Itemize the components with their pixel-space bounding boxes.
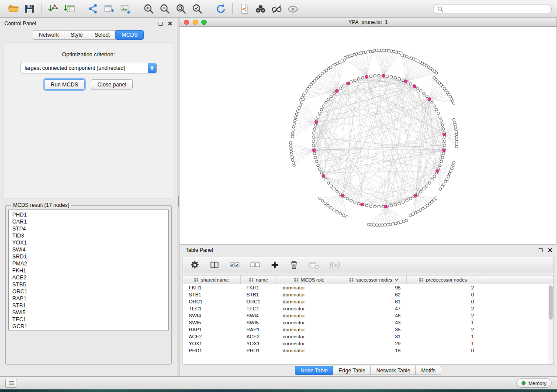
mcds-result-item[interactable]: YOX1 — [9, 239, 168, 246]
show-columns-button[interactable] — [210, 260, 219, 270]
network-window-titlebar[interactable]: YPA_prune.txt_1 — [180, 18, 557, 27]
tab-select[interactable]: Select — [89, 30, 116, 40]
network-node-dominator[interactable] — [382, 74, 385, 77]
table-row[interactable]: FKH1FKH1dominator962 — [183, 284, 554, 291]
mcds-result-item[interactable]: STB1 — [9, 302, 168, 309]
network-node-dominator[interactable] — [414, 194, 417, 197]
save-button[interactable] — [21, 2, 38, 16]
tab-network-table[interactable]: Network Table — [370, 366, 416, 375]
memory-button[interactable]: Memory — [516, 378, 552, 388]
table-row[interactable]: RAP1RAP1dominator352 — [183, 326, 554, 333]
network-node-dominator[interactable] — [322, 175, 325, 178]
float-panel-button[interactable] — [159, 22, 163, 26]
network-node-dominator[interactable] — [413, 85, 416, 88]
mcds-result-item[interactable]: ACE2 — [9, 274, 168, 281]
network-canvas[interactable] — [180, 27, 557, 244]
network-node-dominator[interactable] — [315, 120, 318, 124]
mcds-result-item[interactable]: PMA2 — [9, 260, 168, 267]
column-header-predecessor-nodes[interactable]: predecessor nodes — [407, 275, 480, 284]
network-node-dominator[interactable] — [341, 194, 344, 197]
function-button[interactable]: f(x) — [329, 261, 340, 269]
column-header-name[interactable]: name — [241, 275, 277, 284]
close-panel-button[interactable]: ✕ — [167, 21, 173, 27]
close-window-button[interactable] — [184, 20, 189, 25]
table-row[interactable]: YOX1YOX1connector291 — [183, 340, 554, 347]
zoom-in-button[interactable] — [141, 2, 157, 16]
network-node-dominator[interactable] — [443, 133, 446, 136]
mcds-result-item[interactable]: SRD1 — [9, 253, 168, 260]
import-network-button[interactable] — [45, 2, 61, 16]
node-table-body[interactable]: FKH1FKH1dominator962STB1STB1dominator620… — [183, 284, 554, 364]
export-image-button[interactable] — [117, 2, 133, 16]
tab-mcds[interactable]: MCDS — [115, 30, 144, 40]
mcds-result-item[interactable]: STB5 — [9, 281, 168, 288]
maximize-window-button[interactable] — [201, 20, 207, 25]
open-folder-button[interactable] — [5, 2, 21, 16]
mcds-result-item[interactable]: ORC1 — [9, 288, 168, 295]
network-node-dominator[interactable] — [346, 82, 349, 85]
zoom-selected-button[interactable] — [189, 2, 205, 16]
tab-network[interactable]: Network — [33, 30, 65, 40]
table-row[interactable]: SWI4SWI4dominator462 — [183, 312, 554, 319]
network-node-dominator[interactable] — [404, 80, 407, 83]
float-table-panel-button[interactable] — [539, 248, 543, 252]
network-node-dominator[interactable] — [436, 169, 439, 172]
splitter-handle-icon[interactable] — [178, 196, 179, 206]
export-table-button[interactable] — [101, 2, 117, 16]
network-node-dominator[interactable] — [443, 149, 446, 152]
mcds-result-item[interactable]: RAP1 — [9, 295, 168, 302]
search-input[interactable] — [446, 6, 547, 12]
network-node-dominator[interactable] — [365, 76, 368, 79]
table-row[interactable]: ORC1ORC1dominator610 — [183, 298, 554, 305]
table-row[interactable]: PHD1PHD1dominator180 — [183, 347, 554, 354]
network-node-dominator[interactable] — [312, 149, 315, 152]
mcds-result-item[interactable]: TEC1 — [9, 316, 168, 323]
network-node-dominator[interactable] — [384, 205, 387, 208]
table-scrollbar[interactable] — [548, 284, 554, 364]
show-button[interactable] — [285, 2, 301, 16]
delete-button[interactable] — [289, 260, 299, 270]
run-mcds-button[interactable]: Run MCDS — [44, 79, 85, 89]
import-table-button[interactable] — [61, 2, 77, 16]
network-node-dominator[interactable] — [428, 97, 431, 100]
vertical-splitter[interactable] — [177, 18, 180, 376]
network-graph[interactable] — [180, 27, 557, 244]
network-node-dominator[interactable] — [335, 89, 338, 93]
binoculars-button[interactable] — [253, 2, 269, 16]
mcds-result-item[interactable]: FKH1 — [9, 267, 168, 274]
tab-node-table[interactable]: Node Table — [295, 366, 333, 375]
close-table-panel-button[interactable]: ✕ — [547, 247, 553, 253]
deselect-all-button[interactable] — [250, 260, 260, 270]
tab-style[interactable]: Style — [65, 30, 89, 40]
select-all-button[interactable] — [229, 260, 240, 270]
refresh-button[interactable] — [213, 2, 229, 16]
mcds-result-item[interactable]: SWI4 — [9, 246, 168, 253]
tab-edge-table[interactable]: Edge Table — [333, 366, 371, 375]
mcds-result-item[interactable]: TID3 — [9, 232, 168, 239]
zoom-out-button[interactable] — [157, 2, 173, 16]
add-button[interactable] — [270, 261, 279, 269]
network-node-dominator[interactable] — [360, 203, 363, 206]
mcds-result-item[interactable]: CAR1 — [9, 218, 168, 225]
close-panel-button-action[interactable]: Close panel — [91, 79, 133, 89]
table-settings-button[interactable] — [190, 260, 200, 270]
search-box[interactable] — [433, 4, 552, 14]
mcds-result-item[interactable]: SWI5 — [9, 309, 168, 316]
mcds-result-item[interactable]: PHD1 — [9, 211, 168, 218]
table-row[interactable]: TEC1TEC1connector472 — [183, 305, 554, 312]
column-header-successor-nodes[interactable]: successor nodes — [342, 275, 407, 284]
show-panels-button[interactable] — [5, 379, 17, 388]
criterion-dropdown[interactable]: largest connected component (undirected) — [21, 63, 157, 73]
table-row[interactable]: SWI5SWI5connector431 — [183, 319, 554, 326]
delete-table-button[interactable] — [309, 260, 319, 270]
mcds-result-item[interactable]: GCR1 — [9, 323, 168, 330]
mcds-result-list[interactable]: PHD1CAR1STP4TID3YOX1SWI4SRD1PMA2FKH1ACE2… — [8, 210, 169, 330]
tab-motifs[interactable]: Motifs — [415, 366, 441, 375]
column-header-mcds-role[interactable]: MCDS role — [277, 275, 342, 284]
column-header-shared-name[interactable]: shared name — [183, 275, 241, 284]
hide-button[interactable] — [269, 2, 285, 16]
scrollbar-thumb[interactable] — [549, 285, 553, 320]
export-network-button[interactable] — [85, 2, 101, 16]
document-network-button[interactable] — [236, 2, 253, 16]
mcds-result-item[interactable]: STP4 — [9, 225, 168, 232]
